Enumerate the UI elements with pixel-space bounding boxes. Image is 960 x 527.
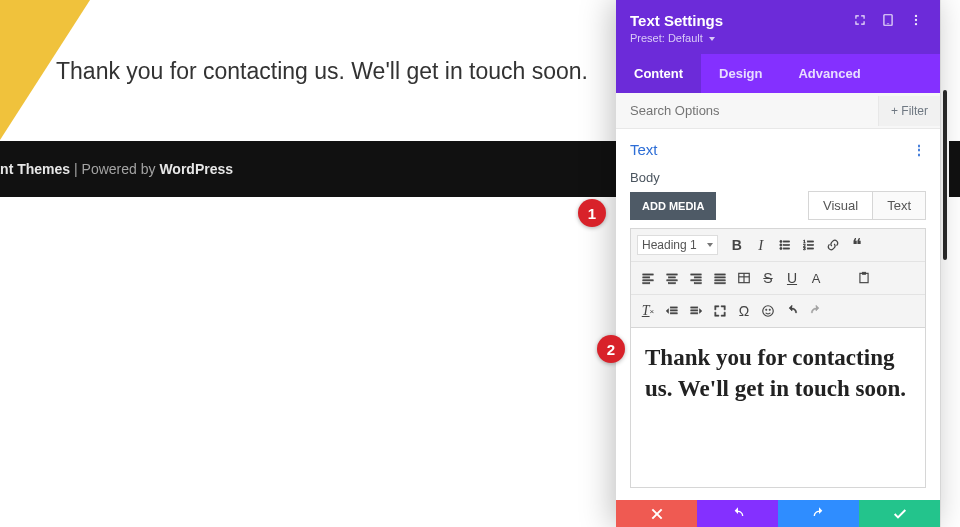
strikethrough-icon[interactable]: S	[757, 267, 779, 289]
section-title[interactable]: Text	[630, 141, 913, 158]
annotation-badge-1: 1	[578, 199, 606, 227]
viewport-scrollbar[interactable]	[943, 90, 947, 260]
redo-button[interactable]	[778, 500, 859, 527]
fullscreen-icon[interactable]	[709, 300, 731, 322]
svg-rect-29	[715, 274, 726, 275]
annotation-badge-2: 2	[597, 335, 625, 363]
page-headline: Thank you for contacting us. We'll get i…	[56, 58, 588, 85]
search-input[interactable]	[616, 93, 878, 128]
panel-action-bar	[616, 500, 940, 527]
svg-rect-25	[691, 274, 702, 275]
svg-rect-18	[643, 277, 650, 278]
blockquote-icon[interactable]: ❝	[846, 234, 868, 256]
format-select-label: Heading 1	[642, 238, 697, 252]
svg-rect-41	[691, 307, 698, 308]
svg-point-7	[779, 244, 781, 246]
svg-rect-24	[669, 283, 676, 284]
svg-text:3: 3	[803, 246, 806, 251]
special-char-icon[interactable]: Ω	[733, 300, 755, 322]
editor-toolbar: Heading 1 B I 123 ❝ S U A T×	[630, 228, 926, 328]
expand-icon[interactable]	[850, 10, 870, 30]
section-header: Text ⋮	[616, 129, 940, 164]
emoji-icon[interactable]	[757, 300, 779, 322]
svg-rect-43	[691, 313, 698, 314]
footer-wp: WordPress	[159, 161, 233, 177]
svg-point-3	[915, 19, 917, 21]
panel-title: Text Settings	[630, 12, 842, 29]
text-color-icon[interactable]: A	[805, 267, 827, 289]
undo-button[interactable]	[697, 500, 778, 527]
clear-formatting-icon[interactable]: T×	[637, 300, 659, 322]
svg-rect-40	[670, 313, 677, 314]
svg-rect-38	[670, 307, 677, 308]
svg-rect-21	[667, 274, 678, 275]
svg-rect-27	[691, 280, 702, 281]
editor-content[interactable]: Thank you for contacting us. We'll get i…	[630, 328, 926, 488]
preset-selector[interactable]: Preset: Default	[616, 32, 940, 54]
tab-content[interactable]: Content	[616, 54, 701, 93]
tab-advanced[interactable]: Advanced	[780, 54, 878, 93]
svg-rect-10	[783, 248, 789, 249]
chevron-down-icon	[707, 243, 713, 247]
svg-rect-12	[807, 241, 813, 242]
align-center-icon[interactable]	[661, 267, 683, 289]
confirm-button[interactable]	[859, 500, 940, 527]
svg-rect-37	[862, 272, 866, 274]
align-justify-icon[interactable]	[709, 267, 731, 289]
svg-rect-14	[807, 244, 813, 245]
align-left-icon[interactable]	[637, 267, 659, 289]
numbered-list-icon[interactable]: 123	[798, 234, 820, 256]
footer-theme: egant Themes	[0, 161, 70, 177]
viewport-scroll-edge	[940, 0, 949, 527]
svg-point-4	[915, 23, 917, 25]
svg-rect-32	[715, 283, 726, 284]
filter-button[interactable]: + Filter	[878, 96, 940, 126]
body-label: Body	[616, 164, 940, 191]
svg-rect-6	[783, 241, 789, 242]
panel-tabs: Content Design Advanced	[616, 54, 940, 93]
editor-mode-tabs: Visual Text	[808, 191, 926, 220]
add-media-button[interactable]: ADD MEDIA	[630, 192, 716, 220]
svg-rect-26	[694, 277, 701, 278]
responsive-icon[interactable]	[878, 10, 898, 30]
svg-rect-19	[643, 280, 654, 281]
format-select[interactable]: Heading 1	[637, 235, 718, 255]
svg-rect-16	[807, 248, 813, 249]
close-button[interactable]	[616, 500, 697, 527]
bullet-list-icon[interactable]	[774, 234, 796, 256]
svg-rect-30	[715, 277, 726, 278]
tab-design[interactable]: Design	[701, 54, 780, 93]
undo-icon[interactable]	[781, 300, 803, 322]
text-color-caret-icon[interactable]	[829, 267, 851, 289]
svg-rect-17	[643, 274, 654, 275]
svg-rect-8	[783, 244, 789, 245]
editor-tab-visual[interactable]: Visual	[809, 192, 873, 219]
align-right-icon[interactable]	[685, 267, 707, 289]
chevron-down-icon	[709, 37, 715, 41]
svg-point-46	[769, 309, 771, 311]
outdent-icon[interactable]	[661, 300, 683, 322]
bold-icon[interactable]: B	[726, 234, 748, 256]
svg-rect-23	[667, 280, 678, 281]
svg-rect-31	[715, 280, 726, 281]
footer-separator: | Powered by	[70, 161, 159, 177]
svg-point-5	[779, 240, 781, 242]
paste-text-icon[interactable]	[853, 267, 875, 289]
svg-rect-42	[691, 310, 698, 311]
preset-label: Preset: Default	[630, 32, 703, 44]
kebab-menu-icon[interactable]	[906, 10, 926, 30]
panel-header: Text Settings Preset: Default Content De…	[616, 0, 940, 93]
redo-icon[interactable]	[805, 300, 827, 322]
svg-rect-39	[670, 310, 677, 311]
search-row: + Filter	[616, 93, 940, 129]
svg-rect-22	[669, 277, 676, 278]
editor-tab-text[interactable]: Text	[873, 192, 925, 219]
section-menu-icon[interactable]: ⋮	[913, 143, 926, 157]
link-icon[interactable]	[822, 234, 844, 256]
text-settings-panel: Text Settings Preset: Default Content De…	[616, 0, 940, 527]
table-icon[interactable]	[733, 267, 755, 289]
svg-rect-28	[694, 283, 701, 284]
underline-icon[interactable]: U	[781, 267, 803, 289]
italic-icon[interactable]: I	[750, 234, 772, 256]
indent-icon[interactable]	[685, 300, 707, 322]
